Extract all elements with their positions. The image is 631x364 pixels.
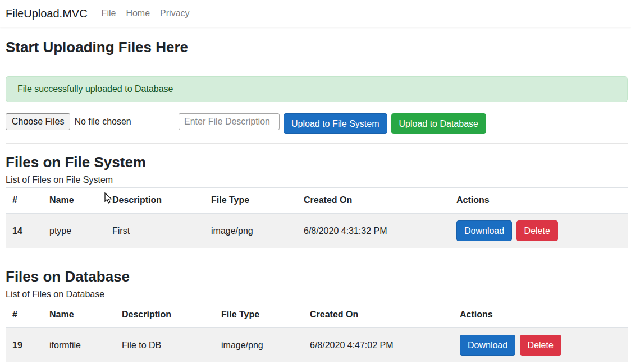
- navbar: FileUpload.MVC File Home Privacy: [0, 0, 631, 27]
- download-button[interactable]: Download: [460, 335, 515, 356]
- upload-controls: Choose Files No file chosen Upload to Fi…: [6, 113, 628, 134]
- upload-to-database-button[interactable]: Upload to Database: [391, 113, 486, 134]
- database-table: # Name Description File Type Created On …: [6, 302, 628, 362]
- file-system-section-title: Files on File System: [6, 154, 628, 171]
- cell-name: iformfile: [43, 328, 115, 362]
- no-file-chosen-label: No file chosen: [74, 117, 131, 127]
- download-button[interactable]: Download: [456, 220, 512, 241]
- cell-id: 14: [6, 213, 43, 248]
- table-row: 19 iformfile File to DB image/png 6/8/20…: [6, 328, 628, 362]
- column-header-file-type: File Type: [204, 188, 297, 214]
- column-header-name: Name: [43, 188, 106, 214]
- database-section-title: Files on Database: [6, 268, 628, 285]
- column-header-actions: Actions: [453, 302, 628, 328]
- cell-name: ptype: [43, 213, 106, 248]
- column-header-description: Description: [115, 302, 214, 328]
- cell-description: File to DB: [115, 328, 214, 362]
- column-header-actions: Actions: [450, 188, 628, 214]
- cell-created-on: 6/8/2020 4:31:32 PM: [297, 213, 450, 248]
- navbar-menu: File Home Privacy: [97, 4, 195, 23]
- column-header-index: #: [6, 188, 43, 214]
- cell-actions: Download Delete: [450, 213, 628, 248]
- nav-link-home[interactable]: Home: [121, 4, 155, 23]
- table-row: 14 ptype First image/png 6/8/2020 4:31:3…: [6, 213, 628, 248]
- cell-file-type: image/png: [204, 213, 297, 248]
- column-header-created-on: Created On: [297, 188, 450, 214]
- choose-files-button[interactable]: Choose Files: [6, 113, 70, 130]
- cell-id: 19: [6, 328, 43, 362]
- table-header-row: # Name Description File Type Created On …: [6, 302, 628, 328]
- cell-actions: Download Delete: [453, 328, 628, 362]
- title-divider: [6, 62, 628, 62]
- nav-link-privacy[interactable]: Privacy: [155, 4, 194, 23]
- database-section: Files on Database List of Files on Datab…: [6, 268, 628, 362]
- delete-button[interactable]: Delete: [516, 220, 558, 241]
- column-header-created-on: Created On: [303, 302, 453, 328]
- column-header-name: Name: [43, 302, 115, 328]
- file-system-table: # Name Description File Type Created On …: [6, 187, 628, 248]
- delete-button[interactable]: Delete: [520, 335, 561, 356]
- controls-divider: [6, 143, 628, 144]
- success-alert-message: File successfully uploaded to Database: [17, 84, 173, 94]
- column-header-index: #: [6, 302, 43, 328]
- column-header-description: Description: [106, 188, 204, 214]
- file-input[interactable]: Choose Files No file chosen: [6, 113, 173, 130]
- cell-description: First: [106, 213, 204, 248]
- file-system-section-subtitle: List of Files on File System: [6, 175, 628, 185]
- cell-created-on: 6/8/2020 4:47:02 PM: [303, 328, 453, 362]
- navbar-brand[interactable]: FileUpload.MVC: [6, 7, 88, 20]
- page-title: Start Uploading Files Here: [6, 39, 628, 56]
- cell-file-type: image/png: [214, 328, 303, 362]
- table-header-row: # Name Description File Type Created On …: [6, 188, 628, 214]
- database-section-subtitle: List of Files on Database: [6, 289, 628, 300]
- column-header-file-type: File Type: [214, 302, 303, 328]
- success-alert: File successfully uploaded to Database: [6, 76, 628, 102]
- main-content: Start Uploading Files Here File successf…: [0, 27, 631, 362]
- file-system-section: Files on File System List of Files on Fi…: [6, 154, 628, 248]
- nav-link-file[interactable]: File: [97, 4, 121, 23]
- upload-to-file-system-button[interactable]: Upload to File System: [284, 113, 387, 134]
- file-description-input[interactable]: [179, 113, 280, 130]
